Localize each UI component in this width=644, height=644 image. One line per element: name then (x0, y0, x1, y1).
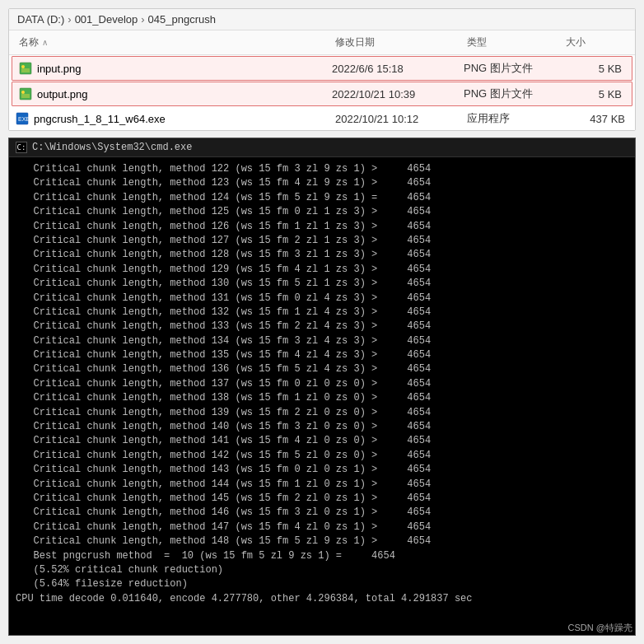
file-size-0: 5 KB (559, 61, 625, 77)
watermark: CSDN @特躁壳 (568, 622, 632, 634)
cmd-line: Critical chunk length, method 139 (ws 15… (16, 406, 628, 420)
cmd-line: Best pngcrush method = 10 (ws 15 fm 5 zl… (16, 549, 628, 563)
svg-text:EXE: EXE (18, 116, 29, 122)
cmd-line: Critical chunk length, method 135 (ws 15… (16, 348, 628, 362)
breadcrumb-part-0[interactable]: DATA (D:) (17, 13, 64, 26)
file-row-2[interactable]: EXE pngcrush_1_8_11_w64.exe 2022/10/21 1… (9, 107, 635, 130)
file-name-2: pngcrush_1_8_11_w64.exe (34, 113, 166, 125)
cmd-line: Critical chunk length, method 130 (ws 15… (16, 277, 628, 291)
file-row-1[interactable]: output.png 2022/10/21 10:39 PNG 图片文件 5 K… (12, 82, 632, 106)
cmd-line: Critical chunk length, method 129 (ws 15… (16, 263, 628, 277)
cmd-line: Critical chunk length, method 147 (ws 15… (16, 520, 628, 534)
png-icon-0 (19, 62, 32, 75)
file-name-cell-1: output.png (19, 87, 329, 100)
cmd-line: Critical chunk length, method 138 (ws 15… (16, 391, 628, 405)
cmd-line: Critical chunk length, method 124 (ws 15… (16, 191, 628, 205)
file-name-cell-0: input.png (19, 62, 329, 75)
main-container: DATA (D:) › 001_Develop › 045_pngcrush 名… (0, 0, 644, 644)
cmd-line: Critical chunk length, method 142 (ws 15… (16, 449, 628, 463)
col-header-type[interactable]: 类型 (464, 34, 562, 51)
cmd-line: Critical chunk length, method 148 (ws 15… (16, 534, 628, 548)
cmd-body[interactable]: Critical chunk length, method 122 (ws 15… (9, 157, 635, 635)
cmd-line: Critical chunk length, method 133 (ws 15… (16, 320, 628, 334)
file-size-1: 5 KB (559, 86, 625, 102)
exe-icon-2: EXE (16, 112, 29, 125)
cmd-line: Critical chunk length, method 136 (ws 15… (16, 362, 628, 376)
cmd-line: Critical chunk length, method 128 (ws 15… (16, 248, 628, 262)
cmd-line: Critical chunk length, method 144 (ws 15… (16, 478, 628, 492)
file-table: 名称 ∧ 修改日期 类型 大小 input.p (9, 30, 635, 130)
file-type-0: PNG 图片文件 (460, 59, 559, 77)
breadcrumb-sep-0: › (68, 13, 71, 26)
cmd-titlebar: C: C:\Windows\System32\cmd.exe (9, 138, 635, 157)
file-size-2: 437 KB (562, 111, 628, 127)
cmd-line: (5.64% filesize reduction) (16, 577, 628, 591)
col-header-modified[interactable]: 修改日期 (332, 34, 464, 51)
file-table-header: 名称 ∧ 修改日期 类型 大小 (9, 30, 635, 55)
file-explorer: DATA (D:) › 001_Develop › 045_pngcrush 名… (8, 8, 636, 131)
file-name-cell-2: EXE pngcrush_1_8_11_w64.exe (16, 112, 332, 125)
file-name-0: input.png (37, 63, 82, 75)
col-header-size[interactable]: 大小 (562, 34, 628, 51)
breadcrumb: DATA (D:) › 001_Develop › 045_pngcrush (9, 9, 635, 30)
file-modified-1: 2022/10/21 10:39 (329, 86, 460, 102)
svg-point-5 (21, 91, 25, 94)
cmd-window: C: C:\Windows\System32\cmd.exe Critical … (8, 138, 636, 636)
cmd-line: Critical chunk length, method 145 (ws 15… (16, 492, 628, 506)
cmd-icon: C: (16, 142, 27, 153)
cmd-line: Critical chunk length, method 126 (ws 15… (16, 220, 628, 234)
svg-rect-1 (21, 68, 30, 72)
breadcrumb-sep-1: › (141, 13, 144, 26)
sort-arrow-icon: ∧ (42, 38, 48, 47)
cmd-line: (5.52% critical chunk reduction) (16, 563, 628, 577)
file-row-0[interactable]: input.png 2022/6/6 15:18 PNG 图片文件 5 KB (12, 56, 632, 81)
file-modified-2: 2022/10/21 10:12 (332, 111, 464, 127)
cmd-line: Critical chunk length, method 143 (ws 15… (16, 463, 628, 477)
cmd-line: Critical chunk length, method 146 (ws 15… (16, 506, 628, 520)
svg-point-2 (21, 65, 25, 68)
breadcrumb-part-2[interactable]: 045_pngcrush (148, 13, 216, 26)
cmd-line: Critical chunk length, method 141 (ws 15… (16, 434, 628, 448)
cmd-line: Critical chunk length, method 123 (ws 15… (16, 176, 628, 190)
col-header-name[interactable]: 名称 ∧ (16, 34, 332, 51)
cmd-line: Critical chunk length, method 131 (ws 15… (16, 292, 628, 306)
file-name-1: output.png (37, 88, 87, 100)
file-modified-0: 2022/6/6 15:18 (329, 61, 460, 77)
cmd-line: CPU time decode 0.011640, encode 4.27778… (16, 592, 628, 606)
breadcrumb-part-1[interactable]: 001_Develop (75, 13, 138, 26)
cmd-line: Critical chunk length, method 132 (ws 15… (16, 306, 628, 320)
cmd-line: Critical chunk length, method 140 (ws 15… (16, 420, 628, 434)
cmd-line: Critical chunk length, method 122 (ws 15… (16, 162, 628, 176)
cmd-line: Critical chunk length, method 134 (ws 15… (16, 334, 628, 348)
cmd-line: Critical chunk length, method 127 (ws 15… (16, 234, 628, 248)
cmd-line: Critical chunk length, method 137 (ws 15… (16, 377, 628, 391)
file-type-1: PNG 图片文件 (460, 85, 559, 103)
cmd-line: Critical chunk length, method 125 (ws 15… (16, 205, 628, 219)
svg-rect-4 (21, 94, 30, 98)
cmd-title: C:\Windows\System32\cmd.exe (32, 142, 192, 153)
png-icon-1 (19, 87, 32, 100)
file-type-2: 应用程序 (464, 110, 562, 128)
